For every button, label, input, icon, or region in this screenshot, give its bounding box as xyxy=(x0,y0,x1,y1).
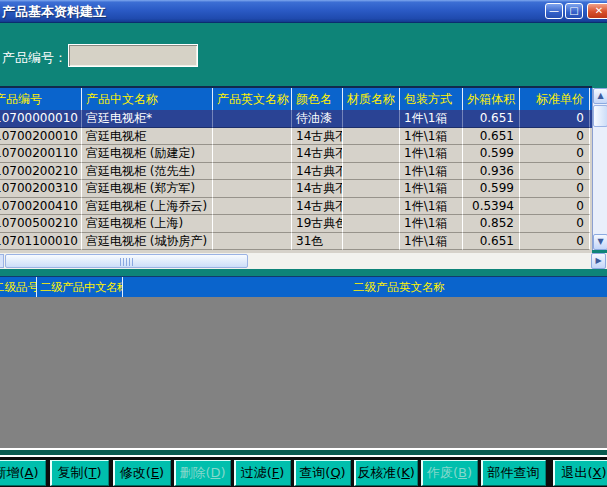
table-cell: 1件\1箱 xyxy=(400,198,463,216)
table-cell: 0.651 xyxy=(463,233,520,251)
thumb-grip-icon xyxy=(120,258,134,266)
table-row[interactable]: 10700500210宫廷电视柜 (上海)19古典色1件\1箱0.8520 xyxy=(0,215,592,233)
toolbar: 泛普软件 www.fanpusoft.com 新增(A)复制(T)修改(E)删除… xyxy=(0,457,607,487)
table-cell: 10700500210 xyxy=(0,215,82,233)
scroll-down-button[interactable]: ▼ xyxy=(593,234,607,250)
column-header: 颜色名 xyxy=(292,88,343,110)
table-row[interactable]: 10700000010宫廷电视柜*待油漆1件\1箱0.6510 xyxy=(0,110,592,128)
table-cell: 10700200010 xyxy=(0,128,82,146)
toolbar-button-label: 部件查询 xyxy=(481,460,546,486)
table-cell: 1件\1箱 xyxy=(400,233,463,251)
table-cell: 1件\1箱 xyxy=(400,215,463,233)
table-cell xyxy=(213,110,292,128)
table-cell: 宫廷电视柜 (上海乔云) xyxy=(82,198,213,216)
table-cell: 14古典不 xyxy=(292,198,343,216)
table-cell: 宫廷电视柜* xyxy=(82,110,213,128)
table-cell xyxy=(213,145,292,163)
table-cell: 14古典不 xyxy=(292,145,343,163)
table-cell: 宫廷电视柜 (郑方军) xyxy=(82,180,213,198)
toolbar-button-label: 复制(T) xyxy=(50,460,109,486)
grid-header: 产品编号产品中文名称产品英文名称颜色名材质名称包装方式外箱体积标准单价 xyxy=(0,88,592,110)
toolbar-button-label: 退出(X) xyxy=(553,460,607,486)
table-cell: 0 xyxy=(520,180,590,198)
table-cell: 0 xyxy=(520,145,590,163)
table-row[interactable]: 10701100010宫廷电视柜 (城协房产)31色1件\1箱0.6510 xyxy=(0,233,592,251)
table-cell: 14古典不 xyxy=(292,163,343,181)
table-cell: 10700000010 xyxy=(0,110,82,128)
table-cell: 31色 xyxy=(292,233,343,251)
table-cell: 10700200110 xyxy=(0,145,82,163)
table-cell: 待油漆 xyxy=(292,110,343,128)
scroll-right-button[interactable]: ▶ xyxy=(591,253,606,269)
table-cell: 0.651 xyxy=(463,128,520,146)
table-cell: 0 xyxy=(520,233,590,251)
table-cell: 10700200310 xyxy=(0,180,82,198)
table-cell: 宫廷电视柜 xyxy=(82,128,213,146)
toolbar-button-label: 作废(B) xyxy=(421,460,478,486)
toolbar-button-label: 修改(E) xyxy=(113,460,171,486)
close-icon: ✕ xyxy=(588,4,607,17)
vertical-scrollbar[interactable]: ▲ ▼ xyxy=(592,88,607,250)
horizontal-scroll-stub xyxy=(0,254,4,268)
table-cell: 0.852 xyxy=(463,215,520,233)
table-cell: 宫廷电视柜 (城协房产) xyxy=(82,233,213,251)
grid-body: 10700000010宫廷电视柜*待油漆1件\1箱0.6510107002000… xyxy=(0,110,592,250)
table-cell: 1件\1箱 xyxy=(400,180,463,198)
table-cell xyxy=(343,198,400,216)
down-arrow-icon: ▼ xyxy=(597,237,603,246)
table-cell xyxy=(343,180,400,198)
table-cell: 0 xyxy=(520,198,590,216)
table-cell: 宫廷电视柜 (励建定) xyxy=(82,145,213,163)
horizontal-scroll-thumb[interactable] xyxy=(5,254,248,268)
table-cell xyxy=(213,198,292,216)
toolbar-button-label: 反核准(K) xyxy=(354,460,418,486)
table-cell: 10701100010 xyxy=(0,233,82,251)
table-cell xyxy=(213,163,292,181)
table-cell xyxy=(343,163,400,181)
table-cell: 0.651 xyxy=(463,110,520,128)
table-row[interactable]: 10700200210宫廷电视柜 (范先生)14古典不1件\1箱0.9360 xyxy=(0,163,592,181)
toolbar-button-label: 新增(A) xyxy=(0,460,46,486)
close-button[interactable]: ✕ xyxy=(587,3,607,19)
minimize-icon: — xyxy=(546,4,562,17)
table-cell: 0.599 xyxy=(463,145,520,163)
table-cell xyxy=(343,128,400,146)
maximize-button[interactable]: □ xyxy=(565,3,583,19)
table-cell: 1件\1箱 xyxy=(400,128,463,146)
vertical-scroll-thumb[interactable] xyxy=(593,105,607,127)
table-cell xyxy=(213,180,292,198)
minimize-button[interactable]: — xyxy=(545,3,563,19)
column-header: 包装方式 xyxy=(400,88,463,110)
table-cell xyxy=(213,215,292,233)
app-window: 产品基本资料建立 — □ ✕ 产品编号 : 产品编号产品中文名称产品英文名称颜色… xyxy=(0,0,607,487)
up-arrow-icon: ▲ xyxy=(597,91,603,100)
table-row[interactable]: 10700200110宫廷电视柜 (励建定)14古典不1件\1箱0.5990 xyxy=(0,145,592,163)
table-cell: 14古典不 xyxy=(292,180,343,198)
table-cell: 0.5394 xyxy=(463,198,520,216)
subgrid-empty-area xyxy=(0,297,607,448)
toolbar-button-label: 删除(D) xyxy=(174,460,231,486)
table-cell: 0 xyxy=(520,128,590,146)
subgrid-header-cell: 二级品号 xyxy=(0,277,37,297)
window-title: 产品基本资料建立 xyxy=(2,3,106,21)
subgrid-header-cell: 二级产品英文名称 xyxy=(123,277,607,297)
table-row[interactable]: 10700200410宫廷电视柜 (上海乔云)14古典不1件\1箱0.53940 xyxy=(0,198,592,216)
table-row[interactable]: 10700200310宫廷电视柜 (郑方军)14古典不1件\1箱0.5990 xyxy=(0,180,592,198)
table-cell: 宫廷电视柜 (上海) xyxy=(82,215,213,233)
table-cell xyxy=(343,145,400,163)
table-cell: 1件\1箱 xyxy=(400,145,463,163)
table-cell xyxy=(213,128,292,146)
horizontal-scrollbar[interactable]: ▶ xyxy=(0,253,607,269)
subgrid-header-cell: 二级产品中文名称 xyxy=(37,277,123,297)
table-cell: 1件\1箱 xyxy=(400,163,463,181)
titlebar: 产品基本资料建立 — □ ✕ xyxy=(0,0,607,23)
table-cell: 宫廷电视柜 (范先生) xyxy=(82,163,213,181)
table-row[interactable]: 10700200010宫廷电视柜14古典不1件\1箱0.6510 xyxy=(0,128,592,146)
product-code-input[interactable] xyxy=(68,44,198,67)
table-cell: 0.599 xyxy=(463,180,520,198)
toolbar-button-label: 过滤(F) xyxy=(234,460,291,486)
table-cell: 0 xyxy=(520,215,590,233)
table-cell: 10700200410 xyxy=(0,198,82,216)
scroll-up-button[interactable]: ▲ xyxy=(593,88,607,104)
column-header: 产品中文名称 xyxy=(82,88,213,110)
